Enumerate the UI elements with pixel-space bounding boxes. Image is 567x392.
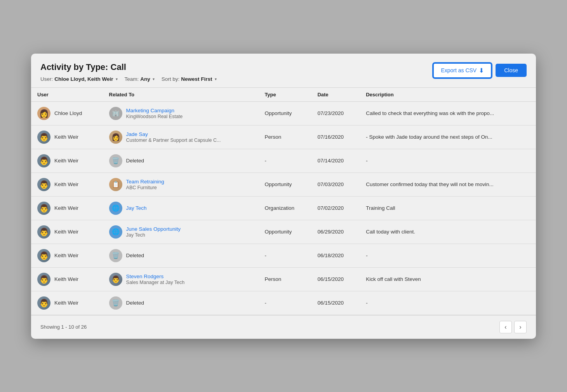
col-related-to: Related To bbox=[103, 87, 259, 101]
type-value: Organization bbox=[264, 205, 294, 211]
type-value: - bbox=[264, 300, 266, 306]
related-link[interactable]: Marketing Campaign bbox=[126, 108, 183, 113]
related-link[interactable]: Jay Tech bbox=[126, 205, 147, 211]
description-value: Training Call bbox=[366, 205, 395, 211]
user-avatar bbox=[37, 296, 50, 310]
description-value: Customer confirmed today that they will … bbox=[366, 181, 494, 187]
table-row: Keith WeirDeleted-07/14/2020- bbox=[31, 149, 536, 172]
description-value: - bbox=[366, 300, 368, 306]
type-value: - bbox=[264, 253, 266, 258]
table-header-row: User Related To Type Date Description bbox=[31, 87, 536, 101]
user-name: Keith Weir bbox=[54, 300, 78, 306]
related-info: Steven RodgersSales Manager at Jay Tech bbox=[126, 274, 185, 285]
related-info: Deleted bbox=[126, 253, 144, 258]
close-button[interactable]: Close bbox=[496, 64, 527, 77]
col-user: User bbox=[31, 87, 103, 101]
related-cell: Team RetrainingABC Furniture bbox=[103, 172, 259, 196]
filters-row: User: Chloe Lloyd, Keith Weir ▾ Team: An… bbox=[40, 76, 217, 82]
header-buttons: Export as CSV ⬇ Close bbox=[433, 63, 527, 78]
related-avatar bbox=[109, 178, 122, 191]
modal-title: Activity by Type: Call bbox=[40, 62, 217, 72]
user-cell: Keith Weir bbox=[31, 244, 103, 267]
type-cell: Person bbox=[258, 267, 311, 291]
date-value: 07/16/2020 bbox=[317, 134, 344, 140]
description-value: - Spoke with Jade today around the next … bbox=[366, 134, 492, 140]
table-row: Keith WeirJune Sales OpportunityJay Tech… bbox=[31, 220, 536, 244]
team-filter-chevron: ▾ bbox=[153, 77, 155, 81]
user-filter-value: Chloe Lloyd, Keith Weir bbox=[54, 76, 113, 82]
table-row: Keith WeirDeleted-06/15/2020- bbox=[31, 291, 536, 315]
team-filter-value: Any bbox=[140, 76, 150, 82]
description-cell: Call today with client. bbox=[360, 220, 536, 244]
description-cell: - bbox=[360, 244, 536, 267]
description-cell: Kick off call with Steven bbox=[360, 267, 536, 291]
date-cell: 07/02/2020 bbox=[311, 196, 360, 220]
user-name: Keith Weir bbox=[54, 158, 78, 164]
related-link[interactable]: Steven Rodgers bbox=[126, 274, 185, 279]
related-cell: Jay Tech bbox=[103, 196, 259, 220]
date-cell: 07/16/2020 bbox=[311, 125, 360, 149]
description-value: Called to check that everything was ok w… bbox=[366, 110, 494, 116]
related-avatar bbox=[109, 225, 122, 239]
user-filter[interactable]: User: Chloe Lloyd, Keith Weir ▾ bbox=[40, 76, 118, 82]
date-value: 07/02/2020 bbox=[317, 205, 344, 211]
sort-filter[interactable]: Sort by: Newest First ▾ bbox=[162, 76, 217, 82]
related-avatar bbox=[109, 296, 122, 310]
export-csv-button[interactable]: Export as CSV ⬇ bbox=[433, 63, 492, 78]
date-value: 07/14/2020 bbox=[317, 158, 344, 164]
next-page-button[interactable]: › bbox=[514, 321, 527, 333]
table-row: Chloe LloydMarketing CampaignKingWoodson… bbox=[31, 101, 536, 125]
description-cell: - Spoke with Jade today around the next … bbox=[360, 125, 536, 149]
team-filter[interactable]: Team: Any ▾ bbox=[125, 76, 155, 82]
related-link[interactable]: Team Retraining bbox=[126, 179, 164, 185]
user-name: Chloe Lloyd bbox=[54, 110, 82, 116]
user-name: Keith Weir bbox=[54, 134, 78, 140]
type-cell: Person bbox=[258, 125, 311, 149]
table-row: Keith WeirDeleted-06/18/2020- bbox=[31, 244, 536, 267]
user-name: Keith Weir bbox=[54, 253, 78, 258]
type-cell: - bbox=[258, 244, 311, 267]
related-info: Jade SayCustomer & Partner Support at Ca… bbox=[126, 131, 221, 143]
related-link[interactable]: June Sales Opportunity bbox=[126, 226, 181, 232]
description-value: - bbox=[366, 158, 368, 164]
related-sub: Jay Tech bbox=[126, 232, 181, 238]
header-left: Activity by Type: Call User: Chloe Lloyd… bbox=[40, 62, 217, 82]
type-cell: Opportunity bbox=[258, 220, 311, 244]
table-row: Keith WeirJade SayCustomer & Partner Sup… bbox=[31, 125, 536, 149]
related-avatar bbox=[109, 249, 122, 262]
user-avatar bbox=[37, 131, 50, 144]
related-sub: KingWoodson Real Estate bbox=[126, 114, 183, 119]
table-wrapper: User Related To Type Date Description Ch… bbox=[31, 87, 536, 315]
download-icon: ⬇ bbox=[479, 67, 484, 74]
user-avatar bbox=[37, 225, 50, 239]
related-sub: Customer & Partner Support at Capsule C.… bbox=[126, 138, 221, 143]
description-value: Call today with client. bbox=[366, 229, 415, 235]
user-avatar bbox=[37, 273, 50, 286]
team-filter-label: Team: bbox=[125, 76, 139, 82]
description-value: - bbox=[366, 253, 368, 258]
sort-filter-label: Sort by: bbox=[162, 76, 180, 82]
user-name: Keith Weir bbox=[54, 205, 78, 211]
user-cell: Keith Weir bbox=[31, 125, 103, 149]
date-cell: 06/29/2020 bbox=[311, 220, 360, 244]
description-cell: - bbox=[360, 149, 536, 172]
sort-filter-value: Newest First bbox=[181, 76, 212, 82]
type-value: Opportunity bbox=[264, 181, 292, 187]
related-avatar bbox=[109, 131, 122, 144]
user-avatar bbox=[37, 202, 50, 215]
related-info: Deleted bbox=[126, 158, 144, 164]
user-avatar bbox=[37, 178, 50, 191]
related-avatar bbox=[109, 273, 122, 286]
description-cell: - bbox=[360, 291, 536, 315]
prev-page-button[interactable]: ‹ bbox=[499, 321, 512, 333]
date-cell: 06/18/2020 bbox=[311, 244, 360, 267]
related-link[interactable]: Jade Say bbox=[126, 131, 221, 137]
type-cell: Organization bbox=[258, 196, 311, 220]
col-date: Date bbox=[311, 87, 360, 101]
related-info: Marketing CampaignKingWoodson Real Estat… bbox=[126, 108, 183, 119]
user-name: Keith Weir bbox=[54, 276, 78, 282]
modal-header: Activity by Type: Call User: Chloe Lloyd… bbox=[31, 54, 536, 87]
description-cell: Training Call bbox=[360, 196, 536, 220]
user-filter-label: User: bbox=[40, 76, 53, 82]
user-name: Keith Weir bbox=[54, 229, 78, 235]
